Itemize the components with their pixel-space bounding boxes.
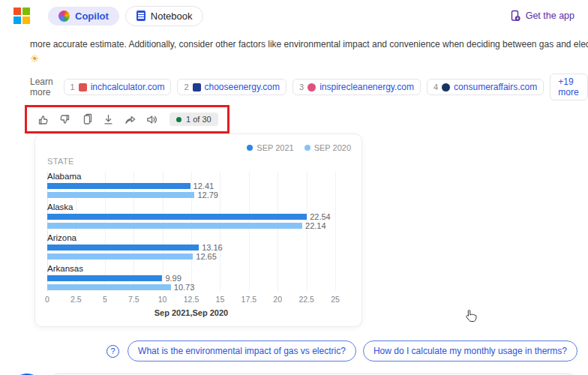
sun-emoji: ☀ <box>30 52 588 64</box>
inspire-favicon-icon <box>308 83 316 92</box>
citation-domain: inchcalculator.com <box>91 82 165 92</box>
bar-sep-2021 <box>47 183 190 189</box>
learn-more-label: Learn more <box>30 76 56 98</box>
x-axis-tick: 22.5 <box>298 295 314 304</box>
response-counter-badge[interactable]: 1 of 30 <box>170 112 218 126</box>
chart-row: Alaska22.5422.14 <box>47 202 335 230</box>
legend-label: SEP 2020 <box>314 143 351 152</box>
x-axis-tick: 0 <box>45 295 50 304</box>
gridline <box>335 172 336 291</box>
suggestions-row: ? What is the environmental impact of ga… <box>0 340 578 362</box>
citation-consumeraffairs[interactable]: 4 consumeraffairs.com <box>427 79 544 95</box>
status-dot-icon <box>176 117 182 122</box>
legend-label: SEP 2021 <box>256 143 293 152</box>
y-axis-header: STATE <box>47 157 350 166</box>
x-axis-tick: 25 <box>331 295 340 304</box>
thumbs-down-button[interactable] <box>58 112 71 126</box>
copilot-page: { "header": { "copilot_label": "Copilot"… <box>0 0 588 375</box>
copilot-logo-icon <box>58 10 70 22</box>
top-header: Copilot Notebook Get the app <box>0 0 588 32</box>
bar-value-label: 12.79 <box>197 190 218 200</box>
phone-download-icon <box>509 10 521 22</box>
tab-notebook[interactable]: Notebook <box>125 6 204 26</box>
legend-item-sep-2020: SEP 2020 <box>304 143 351 152</box>
microsoft-logo-icon[interactable] <box>14 8 30 24</box>
chart-card: SEP 2021 SEP 2020 STATE Alabama12.4112.7… <box>34 134 362 327</box>
copy-button[interactable] <box>80 112 93 126</box>
chart-category-label: Arizona <box>47 233 335 242</box>
help-question-icon[interactable]: ? <box>106 345 119 358</box>
notebook-tab-label: Notebook <box>151 10 193 22</box>
bar-value-label: 12.41 <box>194 182 214 190</box>
bar-value-label: 22.14 <box>305 221 326 230</box>
chart-legend: SEP 2021 SEP 2020 <box>247 143 351 152</box>
citation-number: 1 <box>70 82 75 92</box>
thumbs-up-button[interactable] <box>36 112 50 126</box>
get-app-label: Get the app <box>526 10 574 21</box>
bar-sep-2020 <box>47 254 193 260</box>
citation-domain: chooseenergy.com <box>205 82 280 92</box>
get-the-app-link[interactable]: Get the app <box>509 10 574 22</box>
chart-category-label: Arkansas <box>47 264 335 273</box>
bar-value-label: 22.54 <box>310 212 331 221</box>
read-aloud-button[interactable] <box>145 112 158 126</box>
legend-dot-icon <box>304 145 310 151</box>
bar-value-label: 12.65 <box>196 252 217 261</box>
share-button[interactable] <box>123 112 136 126</box>
x-axis-tick: 12.5 <box>184 295 199 304</box>
citation-domain: inspirecleanenergy.com <box>320 82 414 92</box>
citation-inchcalculator[interactable]: 1 inchcalculator.com <box>64 79 172 95</box>
chart-category-label: Alabama <box>47 172 335 181</box>
citation-number: 2 <box>184 82 188 92</box>
assistant-message-text: more accurate estimate. Additionally, co… <box>30 39 588 50</box>
legend-dot-icon <box>247 145 253 151</box>
x-axis-label: Sep 2021,Sep 2020 <box>47 308 335 317</box>
suggestion-monthly-usage[interactable]: How do I calculate my monthly usage in t… <box>363 340 578 362</box>
citations-row: Learn more 1 inchcalculator.com 2 choose… <box>30 74 588 100</box>
tab-copilot[interactable]: Copilot <box>48 7 119 26</box>
bar-sep-2020 <box>47 284 171 290</box>
bar-value-label: 13.16 <box>202 243 223 252</box>
bar-sep-2021 <box>47 244 199 250</box>
more-citations-button[interactable]: +19 more <box>550 74 588 100</box>
chart-row: Arkansas9.9910.73 <box>47 264 335 291</box>
bar-value-label: 9.99 <box>165 274 181 283</box>
response-counter-label: 1 of 30 <box>186 115 212 124</box>
suggestion-environmental-impact[interactable]: What is the environmental impact of gas … <box>128 340 356 362</box>
citation-number: 3 <box>299 82 304 92</box>
x-axis-ticks: 02.557.51012.51517.52022.525 <box>47 295 335 305</box>
red-annotation-box: 1 of 30 <box>25 105 230 134</box>
citation-domain: consumeraffairs.com <box>454 82 537 92</box>
x-axis-tick: 10 <box>158 295 167 304</box>
x-axis-tick: 15 <box>216 295 225 304</box>
download-button[interactable] <box>101 112 115 126</box>
x-axis-tick: 20 <box>273 295 282 304</box>
message-actions-toolbar: 1 of 30 <box>36 112 218 126</box>
chart-row: Alabama12.4112.79 <box>47 172 335 199</box>
notebook-icon <box>136 10 146 21</box>
copilot-tab-label: Copilot <box>75 10 109 22</box>
citation-inspirecleanenergy[interactable]: 3 inspirecleanenergy.com <box>292 79 421 95</box>
calculator-favicon-icon <box>79 83 87 92</box>
bar-sep-2021 <box>47 214 307 220</box>
bar-sep-2021 <box>47 275 162 281</box>
chart-category-label: Alaska <box>47 202 335 212</box>
bar-sep-2020 <box>47 192 194 198</box>
x-axis-tick: 5 <box>103 295 107 304</box>
chooseenergy-favicon-icon <box>193 83 201 92</box>
citation-number: 4 <box>434 82 438 92</box>
bar-value-label: 10.73 <box>174 283 195 292</box>
mouse-cursor-icon <box>465 309 477 323</box>
legend-item-sep-2021: SEP 2021 <box>247 143 293 152</box>
x-axis-tick: 7.5 <box>128 295 140 304</box>
x-axis-tick: 2.5 <box>70 295 82 304</box>
chart-rows: Alabama12.4112.79Alaska22.5422.14Arizona… <box>47 172 335 291</box>
bar-sep-2020 <box>47 223 302 229</box>
consumeraffairs-favicon-icon <box>442 83 450 92</box>
x-axis-tick: 17.5 <box>242 295 256 304</box>
citation-chooseenergy[interactable]: 2 chooseenergy.com <box>177 79 286 95</box>
chart-row: Arizona13.1612.65 <box>47 233 335 260</box>
chart-plot-area: Alabama12.4112.79Alaska22.5422.14Arizona… <box>47 172 335 291</box>
